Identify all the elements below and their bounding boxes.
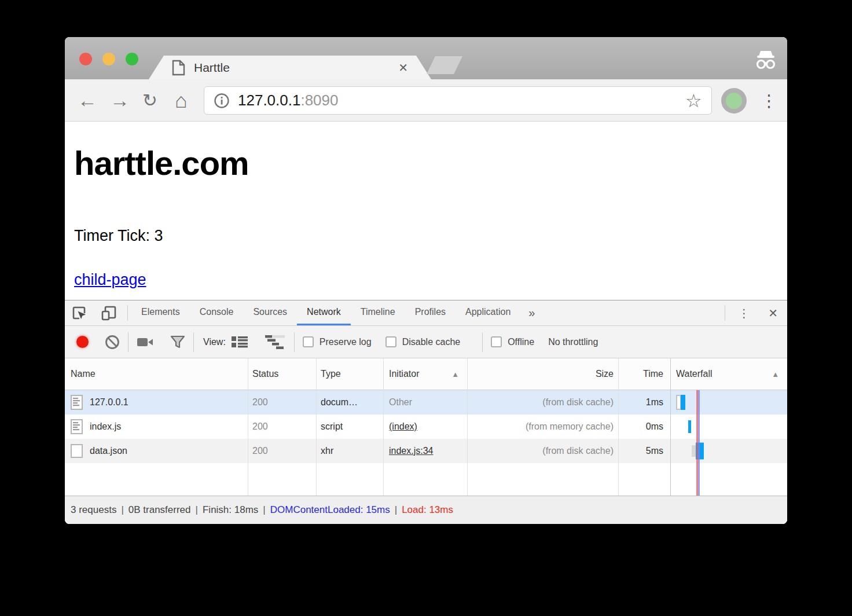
device-toolbar-icon[interactable]	[94, 300, 124, 325]
column-header-status[interactable]: Status	[248, 369, 316, 379]
checkbox[interactable]	[303, 336, 314, 347]
screenshot-camera-icon[interactable]	[137, 336, 154, 348]
column-header-initiator[interactable]: Initiator ▲	[383, 369, 467, 379]
divider	[127, 305, 128, 321]
checkbox[interactable]	[385, 336, 396, 347]
column-divider[interactable]	[316, 358, 317, 496]
request-time: 1ms	[618, 397, 670, 408]
waterfall-cell[interactable]	[670, 415, 787, 439]
column-header-time[interactable]: Time	[618, 369, 670, 379]
request-size: (from disk cache)	[467, 446, 618, 456]
column-divider[interactable]	[383, 358, 384, 496]
table-row[interactable]: index.js 200 script (index) (from memory…	[65, 415, 787, 439]
tab-title: Harttle	[194, 61, 230, 75]
back-icon[interactable]: ←	[78, 79, 97, 122]
summary-dom-content-loaded: DOMContentLoaded: 15ms	[270, 504, 390, 516]
column-header-name[interactable]: Name	[65, 369, 248, 379]
zoom-window-button[interactable]	[126, 53, 138, 65]
devtools-close-icon[interactable]: ✕	[759, 300, 787, 325]
profile-avatar[interactable]	[721, 88, 747, 113]
summary-transferred: 0B transferred	[128, 504, 191, 516]
browser-menu-icon[interactable]: ⋮	[761, 79, 777, 122]
waterfall-bar	[688, 420, 691, 433]
tab-profiles[interactable]: Profiles	[405, 300, 456, 325]
initiator-link[interactable]: index.js:34	[389, 446, 434, 456]
document-file-icon	[71, 395, 83, 410]
tab-elements[interactable]: Elements	[131, 300, 190, 325]
request-type: docum…	[316, 397, 383, 408]
waterfall-cell[interactable]	[670, 390, 787, 415]
throttling-select[interactable]: No throttling	[548, 337, 598, 347]
table-row[interactable]: 127.0.0.1 200 docum… Other (from disk ca…	[65, 390, 787, 415]
column-header-type[interactable]: Type	[316, 369, 383, 379]
request-status: 200	[248, 446, 316, 456]
home-icon[interactable]: ⌂	[175, 79, 188, 122]
tab-network[interactable]: Network	[297, 300, 351, 325]
script-file-icon	[71, 419, 83, 434]
reload-icon[interactable]: ↻	[142, 79, 157, 122]
preserve-log-checkbox[interactable]: Preserve log	[303, 336, 372, 347]
inspect-element-icon[interactable]	[65, 300, 94, 325]
incognito-icon	[752, 49, 779, 71]
table-body: 127.0.0.1 200 docum… Other (from disk ca…	[65, 390, 787, 496]
view-label: View:	[203, 337, 226, 347]
waterfall-cell[interactable]	[670, 439, 787, 463]
column-divider[interactable]	[467, 358, 468, 496]
column-header-size[interactable]: Size	[467, 369, 618, 379]
avatar-inner	[726, 93, 742, 109]
tab-application[interactable]: Application	[456, 300, 520, 325]
more-tabs-icon[interactable]: »	[520, 300, 543, 325]
devtools-panel: Elements Console Sources Network Timelin…	[65, 300, 787, 524]
forward-icon[interactable]: →	[110, 79, 130, 122]
summary-requests: 3 requests	[71, 504, 116, 516]
record-button[interactable]	[76, 336, 89, 348]
column-divider[interactable]	[618, 358, 619, 496]
minimize-window-button[interactable]	[102, 53, 115, 65]
address-bar[interactable]: 127.0.0.1:8090	[204, 86, 712, 115]
divider	[294, 332, 295, 352]
request-status: 200	[248, 421, 316, 432]
divider	[482, 332, 483, 352]
waterfall-bar	[681, 395, 685, 410]
summary-load: Load: 13ms	[402, 504, 453, 516]
child-page-link[interactable]: child-page	[74, 271, 146, 289]
disable-cache-checkbox[interactable]: Disable cache	[385, 336, 461, 347]
request-initiator: Other	[389, 397, 412, 407]
checkbox[interactable]	[491, 336, 502, 347]
list-view-icon[interactable]	[232, 336, 249, 349]
request-name: index.js	[90, 421, 121, 432]
tab-sources[interactable]: Sources	[243, 300, 297, 325]
divider	[725, 305, 725, 321]
titlebar: Harttle ✕	[65, 37, 787, 79]
tab-close-icon[interactable]: ✕	[398, 62, 408, 74]
devtools-menu-icon[interactable]: ⋮	[729, 300, 759, 325]
column-header-waterfall[interactable]: Waterfall ▲	[670, 358, 787, 390]
initiator-link[interactable]: (index)	[389, 421, 417, 431]
request-time: 0ms	[618, 421, 670, 432]
tab-console[interactable]: Console	[190, 300, 244, 325]
close-window-button[interactable]	[79, 53, 92, 65]
column-divider[interactable]	[248, 358, 248, 496]
request-name: 127.0.0.1	[90, 397, 128, 408]
clear-icon[interactable]	[105, 335, 120, 350]
url-text: 127.0.0.1:8090	[238, 91, 339, 109]
offline-checkbox[interactable]: Offline	[491, 336, 534, 347]
json-file-icon	[71, 443, 83, 459]
browser-tab[interactable]: Harttle ✕	[149, 56, 431, 79]
request-size: (from memory cache)	[467, 421, 618, 432]
table-header-row: Name Status Type Initiator ▲ Size Time W…	[65, 358, 787, 390]
request-size: (from disk cache)	[467, 397, 618, 408]
tab-timeline[interactable]: Timeline	[351, 300, 405, 325]
bookmark-star-icon[interactable]: ☆	[685, 79, 702, 122]
waterfall-view-icon[interactable]	[265, 335, 286, 349]
page-title: harttle.com	[74, 122, 787, 182]
request-type: script	[316, 421, 383, 432]
table-row[interactable]: data.json 200 xhr index.js:34 (from disk…	[65, 439, 787, 463]
column-divider[interactable]	[670, 358, 671, 496]
timer-tick-text: Timer Tick: 3	[74, 227, 163, 245]
new-tab-button[interactable]	[427, 56, 462, 74]
network-table: Name Status Type Initiator ▲ Size Time W…	[65, 358, 787, 524]
divider	[193, 332, 194, 352]
page-info-icon[interactable]	[214, 93, 230, 109]
filter-funnel-icon[interactable]	[170, 335, 185, 349]
